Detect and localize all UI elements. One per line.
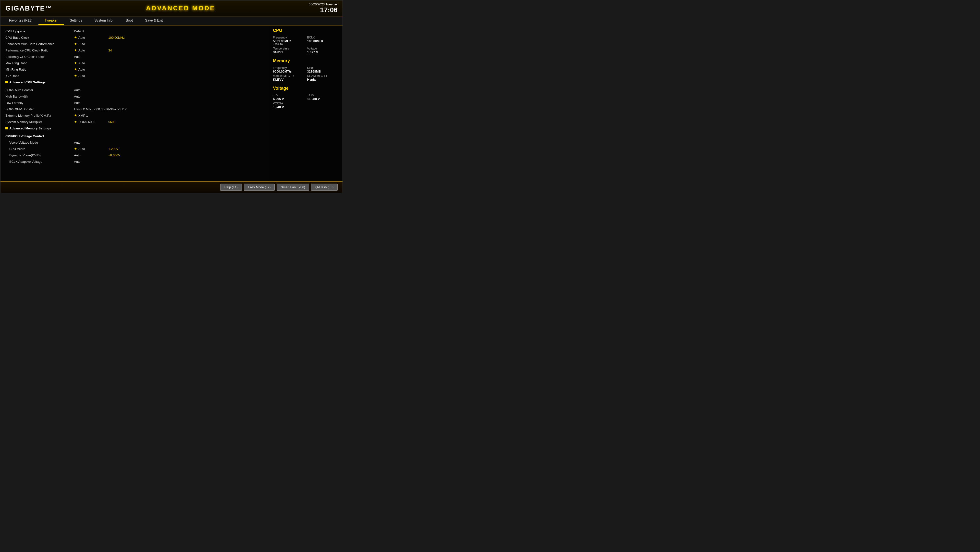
value-cpu-upgrade: Default [74,29,103,33]
footer: Help (F1) Easy Mode (F2) Smart Fan 6 (F6… [0,181,342,193]
row-igp-ratio[interactable]: IGP Ratio ★ Auto [5,73,264,79]
tab-tweaker[interactable]: Tweaker [38,16,64,25]
tab-boot[interactable]: Boot [119,16,139,25]
row-perf-cpu-clock-ratio[interactable]: Performance CPU Clock Ratio ★ Auto 34 [5,47,264,53]
memory-frequency-label: Frequency [273,66,305,70]
smart-fan-button[interactable]: Smart Fan 6 (F6) [277,183,309,191]
cpu-frequency-label: Frequency [273,36,305,39]
value-enhanced-multicore: ★ Auto [74,42,103,46]
value-cpu-vcore: ★ Auto [74,147,103,151]
label-low-latency: Low Latency [5,101,74,105]
row-vcore-voltage-mode[interactable]: Vcore Voltage Mode Auto [5,139,264,145]
section-marker-memory [5,127,8,129]
value-igp-ratio: ★ Auto [74,74,103,78]
row-low-latency[interactable]: Low Latency Auto [5,99,264,106]
cpu-frequency-value: 5301.93MHz [273,39,305,43]
value-min-ring-ratio: ★ Auto [74,67,103,71]
memory-dram-mfg-value: Hynix [307,78,339,81]
row-cpu-base-clock[interactable]: CPU Base Clock ★ Auto 100.00MHz [5,34,264,41]
extra-cpu-vcore: 1.200V [108,147,118,151]
value-cpu-base-clock: ★ Auto [74,35,103,40]
row-extreme-memory-profile[interactable]: Extreme Memory Profile(X.M.P.) ★ XMP 1 [5,112,264,119]
row-cpu-pch-voltage-control: CPU/PCH Voltage Control [5,133,264,139]
row-max-ring-ratio[interactable]: Max Ring Ratio ★ Auto [5,60,264,66]
cpu-bclk-col: BCLK 100.00MHz [307,36,339,46]
memory-info-title: Memory [273,58,339,64]
row-cpu-vcore[interactable]: CPU Vcore ★ Auto 1.200V [5,145,264,152]
label-high-bandwidth: High Bandwidth [5,95,74,98]
voltage-5v-value: 4.995 V [273,97,305,101]
voltage-vccsa-col: VCCSA 1.248 V [273,102,305,109]
cpu-bclk-value: 100.00MHz [307,39,339,43]
memory-size-label: Size [307,66,339,70]
row-dynamic-vcore[interactable]: Dynamic Vcore(DVID) Auto +0.000V [5,152,264,158]
label-ddr5-auto-booster: DDR5 Auto Booster [5,88,74,92]
label-cpu-upgrade: CPU Upgrade [5,29,74,33]
label-vcore-voltage-mode: Vcore Voltage Mode [5,141,74,144]
row-advanced-cpu-settings[interactable]: Advanced CPU Settings [5,79,264,85]
cpu-frequency-col: Frequency 5301.93MHz 4200.70 [273,36,305,46]
voltage-12v-label: +12V [307,94,339,97]
tab-favorites[interactable]: Favorites (F11) [3,16,38,25]
voltage-12v-col: +12V 11.988 V [307,94,339,101]
label-advanced-cpu-settings: Advanced CPU Settings [9,80,78,84]
section-marker-cpu [5,81,8,83]
voltage-5v-label: +5V [273,94,305,97]
label-eff-cpu-clock-ratio: Efficiency CPU Clock Ratio [5,55,74,59]
extra-cpu-base-clock: 100.00MHz [108,36,124,40]
voltage-12v-value: 11.988 V [307,97,339,101]
cpu-info-title: CPU [273,28,339,34]
label-perf-cpu-clock-ratio: Performance CPU Clock Ratio [5,48,74,52]
row-cpu-upgrade[interactable]: CPU Upgrade Default [5,28,264,34]
value-low-latency: Auto [74,101,103,105]
cpu-info-section: CPU Frequency 5301.93MHz 4200.70 BCLK 10… [273,28,339,54]
memory-frequency-value: 6000.00MT/s [273,70,305,73]
memory-dram-mfg-col: DRAM MFG ID Hynix [307,74,339,81]
qflash-button[interactable]: Q-Flash (F8) [311,183,337,191]
row-ddr5-xmp-booster[interactable]: DDR5 XMP Booster Hynix X.M.P. 5600 36-36… [5,106,264,112]
gigabyte-logo: GIGABYTE™ [5,5,52,12]
voltage-info-title: Voltage [273,86,339,92]
memory-dram-mfg-label: DRAM MFG ID [307,74,339,78]
nav-tabs: Favorites (F11) Tweaker Settings System … [0,16,342,26]
label-cpu-vcore: CPU Vcore [5,147,74,151]
cpu-voltage-col: Voltage 1.077 V [307,47,339,54]
cpu-temperature-col: Temperature 34.0°C [273,47,305,54]
memory-size-value: 32768MB [307,70,339,73]
label-bclk-adaptive-voltage: BCLK Adaptive Voltage [5,160,74,163]
memory-info-section: Memory Frequency 6000.00MT/s Size 32768M… [273,58,339,81]
row-enhanced-multicore[interactable]: Enhanced Multi-Core Performance ★ Auto [5,41,264,47]
value-ddr5-auto-booster: Auto [74,88,103,92]
row-min-ring-ratio[interactable]: Min Ring Ratio ★ Auto [5,66,264,73]
help-button[interactable]: Help (F1) [220,183,242,191]
settings-panel: CPU Upgrade Default CPU Base Clock ★ Aut… [0,26,269,181]
tab-settings[interactable]: Settings [64,16,88,25]
voltage-info-grid: +5V 4.995 V +12V 11.988 V VCCSA 1.248 V [273,94,339,109]
row-eff-cpu-clock-ratio[interactable]: Efficiency CPU Clock Ratio Auto [5,53,264,60]
cpu-bclk-label: BCLK [307,36,339,39]
cpu-freq-sub: 4200.70 [273,43,305,46]
extra-dynamic-vcore: +0.000V [108,153,120,157]
memory-frequency-col: Frequency 6000.00MT/s [273,66,305,73]
value-max-ring-ratio: ★ Auto [74,61,103,65]
cpu-voltage-value: 1.077 V [307,50,339,54]
extra-perf-cpu-clock-ratio: 34 [108,48,112,52]
label-dynamic-vcore: Dynamic Vcore(DVID) [5,153,74,157]
value-bclk-adaptive-voltage: Auto [74,160,103,163]
row-high-bandwidth[interactable]: High Bandwidth Auto [5,93,264,99]
tab-save-exit[interactable]: Save & Exit [139,16,169,25]
label-min-ring-ratio: Min Ring Ratio [5,68,74,71]
label-enhanced-multicore: Enhanced Multi-Core Performance [5,42,74,46]
value-system-memory-multiplier: ★ DDR5-6000 [74,120,103,124]
tab-system-info[interactable]: System Info. [88,16,119,25]
value-vcore-voltage-mode: Auto [74,141,103,144]
label-cpu-pch-voltage-control: CPU/PCH Voltage Control [5,134,74,138]
row-advanced-memory-settings[interactable]: Advanced Memory Settings [5,125,264,131]
label-system-memory-multiplier: System Memory Multiplier [5,120,74,124]
label-ddr5-xmp-booster: DDR5 XMP Booster [5,107,74,111]
row-ddr5-auto-booster[interactable]: DDR5 Auto Booster Auto [5,87,264,93]
easy-mode-button[interactable]: Easy Mode (F2) [244,183,275,191]
row-system-memory-multiplier[interactable]: System Memory Multiplier ★ DDR5-6000 560… [5,119,264,125]
row-bclk-adaptive-voltage[interactable]: BCLK Adaptive Voltage Auto [5,158,264,165]
value-high-bandwidth: Auto [74,95,103,98]
